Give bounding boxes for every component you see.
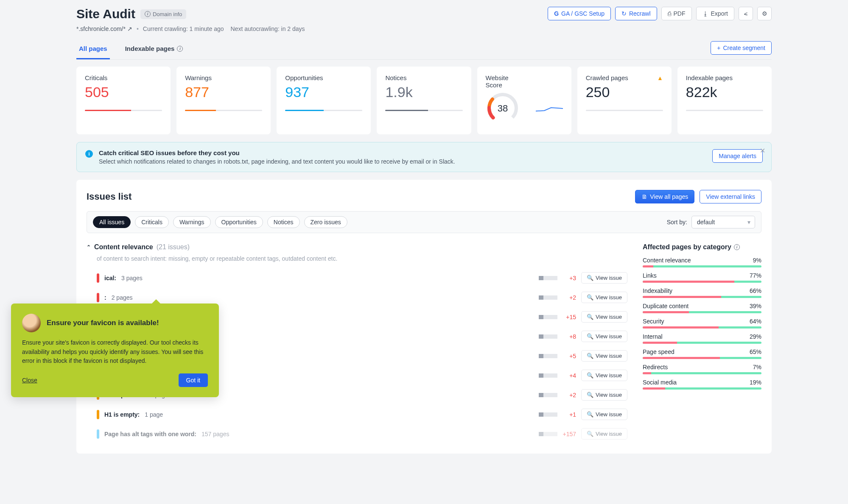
close-icon[interactable]: ✕ — [760, 147, 765, 155]
view-issue-button[interactable]: 🔍View issue — [581, 272, 627, 284]
stat-warnings[interactable]: Warnings 877 — [176, 67, 271, 134]
share-button[interactable]: ⪪ — [739, 7, 753, 20]
stat-indexable-pages[interactable]: Indexable pages 822k — [677, 67, 772, 134]
google-icon: G — [554, 10, 559, 17]
tooltip-gotit-button[interactable]: Got it — [179, 373, 208, 387]
filter-pill-criticals[interactable]: Criticals — [135, 216, 169, 228]
view-issue-button[interactable]: 🔍View issue — [581, 409, 627, 420]
filter-bar: All issuesCriticalsWarningsOpportunities… — [87, 211, 761, 233]
info-icon: i — [734, 244, 740, 250]
tab-all-pages[interactable]: All pages — [76, 40, 110, 59]
chevron-up-icon: ⌃ — [87, 244, 91, 250]
issue-delta: +3 — [563, 275, 576, 281]
search-icon: 🔍 — [587, 411, 593, 418]
issue-delta: +2 — [563, 392, 576, 398]
view-issue-button[interactable]: 🔍View issue — [581, 331, 627, 342]
category-row[interactable]: Redirects7% — [643, 364, 761, 374]
filter-pill-all-issues[interactable]: All issues — [93, 216, 131, 228]
settings-button[interactable]: ⚙ — [757, 7, 772, 20]
filter-pill-zero-issues[interactable]: Zero issues — [304, 216, 347, 228]
issue-pages: 1 page — [145, 411, 163, 418]
issue-delta: +5 — [563, 353, 576, 359]
category-row[interactable]: Security64% — [643, 318, 761, 329]
stat-notices[interactable]: Notices 1.9k — [377, 67, 471, 134]
view-issue-button[interactable]: 🔍View issue — [581, 292, 627, 303]
category-row[interactable]: Internal29% — [643, 333, 761, 344]
tooltip-title: Ensure your favicon is available! — [47, 319, 159, 327]
stat-criticals[interactable]: Criticals 505 — [76, 67, 171, 134]
stat-crawled-pages[interactable]: Crawled pages▲ 250 — [577, 67, 672, 134]
issue-bar — [539, 432, 557, 436]
issue-name: ical: — [104, 275, 116, 281]
group-description: of content to search intent: missing, em… — [97, 255, 627, 262]
alerts-banner: i Catch critical SEO issues before they … — [76, 142, 772, 172]
issue-group-header[interactable]: ⌃ Content relevance (21 issues) — [87, 243, 627, 251]
search-icon: 🔍 — [587, 275, 593, 281]
domain-info-badge[interactable]: i Domain info — [140, 9, 186, 19]
category-percent: 64% — [750, 318, 761, 325]
issue-pages: 3 pages — [121, 275, 143, 281]
tooltip-close-link[interactable]: Close — [22, 377, 37, 384]
category-row[interactable]: Indexability66% — [643, 287, 761, 298]
view-all-pages-button[interactable]: 🗎 View all pages — [635, 190, 694, 203]
category-name: Security — [643, 318, 664, 325]
view-issue-button[interactable]: 🔍View issue — [581, 311, 627, 323]
warning-icon: ▲ — [657, 75, 663, 81]
category-percent: 65% — [750, 348, 761, 355]
filter-pill-opportunities[interactable]: Opportunities — [215, 216, 263, 228]
alert-description: Select which notifications related to ch… — [99, 158, 455, 165]
issue-delta: +8 — [563, 333, 576, 340]
issue-bar — [539, 295, 557, 300]
category-name: Duplicate content — [643, 303, 688, 309]
issue-pages: 157 pages — [202, 431, 229, 437]
svg-text:38: 38 — [497, 103, 507, 114]
pdf-icon: ⎙ — [668, 10, 671, 17]
category-name: Social media — [643, 379, 677, 386]
issue-bar — [539, 393, 557, 397]
category-row[interactable]: Links77% — [643, 272, 761, 283]
category-name: Indexability — [643, 287, 672, 294]
tab-indexable-pages[interactable]: Indexable pages i — [123, 40, 186, 59]
search-icon: 🔍 — [587, 392, 593, 398]
view-issue-button[interactable]: 🔍View issue — [581, 389, 627, 401]
search-icon: 🔍 — [587, 372, 593, 379]
category-bar — [643, 387, 761, 390]
page-title: Site Audit — [76, 7, 135, 21]
category-percent: 29% — [750, 333, 761, 340]
view-external-links-button[interactable]: View external links — [700, 190, 761, 203]
sort-label: Sort by: — [667, 219, 687, 226]
ga-gsc-setup-button[interactable]: G GA / GSC Setup — [548, 7, 611, 20]
view-issue-button[interactable]: 🔍View issue — [581, 428, 627, 440]
create-segment-button[interactable]: + Create segment — [711, 41, 772, 55]
issue-row: Page has alt tags with one word:157 page… — [87, 424, 627, 443]
category-name: Internal — [643, 333, 663, 340]
filter-pill-warnings[interactable]: Warnings — [173, 216, 211, 228]
view-issue-button[interactable]: 🔍View issue — [581, 350, 627, 362]
stat-website-score[interactable]: Website Score 38 — [477, 67, 571, 134]
category-row[interactable]: Page speed65% — [643, 348, 761, 359]
recrawl-button[interactable]: ↻ Recrawl — [615, 7, 657, 20]
view-issue-button[interactable]: 🔍View issue — [581, 370, 627, 381]
issue-bar — [539, 354, 557, 358]
sort-select[interactable]: default — [691, 216, 755, 228]
info-icon: i — [177, 46, 183, 52]
category-row[interactable]: Social media19% — [643, 379, 761, 390]
issue-delta: +1 — [563, 411, 576, 418]
favicon-tooltip: Ensure your favicon is available! Ensure… — [11, 304, 219, 397]
export-button[interactable]: ⭳ Export — [696, 7, 734, 20]
category-percent: 66% — [750, 287, 761, 294]
issue-name: H1 is empty: — [104, 411, 140, 418]
issue-row: ical:3 pages+3🔍View issue — [87, 268, 627, 287]
category-row[interactable]: Content relevance9% — [643, 257, 761, 267]
stat-opportunities[interactable]: Opportunities 937 — [277, 67, 371, 134]
pdf-button[interactable]: ⎙ PDF — [661, 7, 692, 20]
category-bar — [643, 311, 761, 313]
manage-alerts-button[interactable]: Manage alerts — [712, 149, 763, 163]
share-icon: ⪪ — [743, 10, 749, 17]
domain-link[interactable]: *.sfchronicle.com/* ↗ — [76, 25, 132, 32]
filter-pill-notices[interactable]: Notices — [267, 216, 300, 228]
category-row[interactable]: Duplicate content39% — [643, 303, 761, 313]
avatar — [22, 314, 41, 332]
gear-icon: ⚙ — [762, 10, 767, 17]
category-bar — [643, 281, 761, 283]
